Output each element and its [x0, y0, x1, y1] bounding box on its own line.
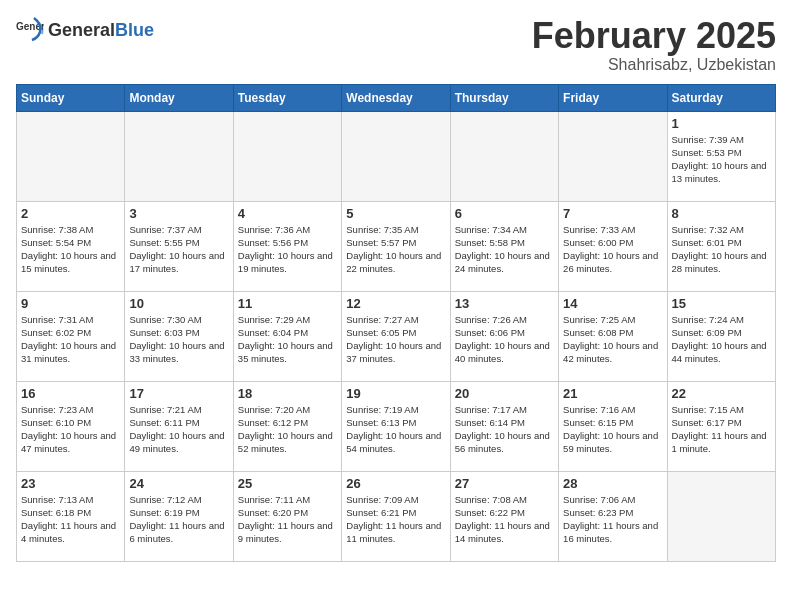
- day-number: 11: [238, 296, 337, 311]
- day-number: 16: [21, 386, 120, 401]
- day-info: Sunrise: 7:36 AM Sunset: 5:56 PM Dayligh…: [238, 223, 337, 276]
- day-info: Sunrise: 7:38 AM Sunset: 5:54 PM Dayligh…: [21, 223, 120, 276]
- day-info: Sunrise: 7:12 AM Sunset: 6:19 PM Dayligh…: [129, 493, 228, 546]
- day-info: Sunrise: 7:08 AM Sunset: 6:22 PM Dayligh…: [455, 493, 554, 546]
- day-number: 6: [455, 206, 554, 221]
- calendar-cell: 25Sunrise: 7:11 AM Sunset: 6:20 PM Dayli…: [233, 471, 341, 561]
- weekday-header: Wednesday: [342, 84, 450, 111]
- day-info: Sunrise: 7:16 AM Sunset: 6:15 PM Dayligh…: [563, 403, 662, 456]
- day-number: 22: [672, 386, 771, 401]
- calendar-cell: 27Sunrise: 7:08 AM Sunset: 6:22 PM Dayli…: [450, 471, 558, 561]
- calendar-cell: 19Sunrise: 7:19 AM Sunset: 6:13 PM Dayli…: [342, 381, 450, 471]
- day-number: 26: [346, 476, 445, 491]
- day-info: Sunrise: 7:23 AM Sunset: 6:10 PM Dayligh…: [21, 403, 120, 456]
- calendar-cell: 5Sunrise: 7:35 AM Sunset: 5:57 PM Daylig…: [342, 201, 450, 291]
- calendar-cell: 13Sunrise: 7:26 AM Sunset: 6:06 PM Dayli…: [450, 291, 558, 381]
- logo-icon: General: [16, 16, 44, 44]
- calendar-cell: [233, 111, 341, 201]
- day-info: Sunrise: 7:39 AM Sunset: 5:53 PM Dayligh…: [672, 133, 771, 186]
- calendar-week-row: 9Sunrise: 7:31 AM Sunset: 6:02 PM Daylig…: [17, 291, 776, 381]
- day-number: 18: [238, 386, 337, 401]
- weekday-header: Tuesday: [233, 84, 341, 111]
- day-number: 3: [129, 206, 228, 221]
- calendar-cell: 22Sunrise: 7:15 AM Sunset: 6:17 PM Dayli…: [667, 381, 775, 471]
- calendar-week-row: 16Sunrise: 7:23 AM Sunset: 6:10 PM Dayli…: [17, 381, 776, 471]
- calendar-cell: [559, 111, 667, 201]
- day-number: 23: [21, 476, 120, 491]
- calendar-cell: 16Sunrise: 7:23 AM Sunset: 6:10 PM Dayli…: [17, 381, 125, 471]
- day-info: Sunrise: 7:09 AM Sunset: 6:21 PM Dayligh…: [346, 493, 445, 546]
- day-number: 28: [563, 476, 662, 491]
- day-number: 12: [346, 296, 445, 311]
- day-number: 20: [455, 386, 554, 401]
- calendar-cell: 3Sunrise: 7:37 AM Sunset: 5:55 PM Daylig…: [125, 201, 233, 291]
- day-number: 17: [129, 386, 228, 401]
- day-info: Sunrise: 7:20 AM Sunset: 6:12 PM Dayligh…: [238, 403, 337, 456]
- calendar-cell: 10Sunrise: 7:30 AM Sunset: 6:03 PM Dayli…: [125, 291, 233, 381]
- calendar-cell: [342, 111, 450, 201]
- calendar-cell: 15Sunrise: 7:24 AM Sunset: 6:09 PM Dayli…: [667, 291, 775, 381]
- day-number: 4: [238, 206, 337, 221]
- day-info: Sunrise: 7:34 AM Sunset: 5:58 PM Dayligh…: [455, 223, 554, 276]
- logo-general: General: [48, 20, 115, 40]
- day-number: 9: [21, 296, 120, 311]
- day-info: Sunrise: 7:24 AM Sunset: 6:09 PM Dayligh…: [672, 313, 771, 366]
- day-info: Sunrise: 7:25 AM Sunset: 6:08 PM Dayligh…: [563, 313, 662, 366]
- day-number: 25: [238, 476, 337, 491]
- calendar-cell: 1Sunrise: 7:39 AM Sunset: 5:53 PM Daylig…: [667, 111, 775, 201]
- calendar-cell: [17, 111, 125, 201]
- day-info: Sunrise: 7:17 AM Sunset: 6:14 PM Dayligh…: [455, 403, 554, 456]
- weekday-header: Saturday: [667, 84, 775, 111]
- weekday-header-row: SundayMondayTuesdayWednesdayThursdayFrid…: [17, 84, 776, 111]
- logo-text: GeneralBlue: [48, 20, 154, 41]
- calendar-cell: 17Sunrise: 7:21 AM Sunset: 6:11 PM Dayli…: [125, 381, 233, 471]
- day-number: 15: [672, 296, 771, 311]
- day-number: 27: [455, 476, 554, 491]
- day-info: Sunrise: 7:29 AM Sunset: 6:04 PM Dayligh…: [238, 313, 337, 366]
- calendar-cell: 24Sunrise: 7:12 AM Sunset: 6:19 PM Dayli…: [125, 471, 233, 561]
- day-number: 13: [455, 296, 554, 311]
- day-number: 1: [672, 116, 771, 131]
- day-number: 5: [346, 206, 445, 221]
- calendar-cell: 28Sunrise: 7:06 AM Sunset: 6:23 PM Dayli…: [559, 471, 667, 561]
- calendar-cell: 18Sunrise: 7:20 AM Sunset: 6:12 PM Dayli…: [233, 381, 341, 471]
- day-info: Sunrise: 7:27 AM Sunset: 6:05 PM Dayligh…: [346, 313, 445, 366]
- calendar-cell: 20Sunrise: 7:17 AM Sunset: 6:14 PM Dayli…: [450, 381, 558, 471]
- calendar-cell: 4Sunrise: 7:36 AM Sunset: 5:56 PM Daylig…: [233, 201, 341, 291]
- calendar-week-row: 23Sunrise: 7:13 AM Sunset: 6:18 PM Dayli…: [17, 471, 776, 561]
- location: Shahrisabz, Uzbekistan: [532, 56, 776, 74]
- day-info: Sunrise: 7:26 AM Sunset: 6:06 PM Dayligh…: [455, 313, 554, 366]
- title-section: February 2025 Shahrisabz, Uzbekistan: [532, 16, 776, 74]
- calendar-cell: [125, 111, 233, 201]
- day-number: 8: [672, 206, 771, 221]
- calendar-cell: 9Sunrise: 7:31 AM Sunset: 6:02 PM Daylig…: [17, 291, 125, 381]
- day-info: Sunrise: 7:21 AM Sunset: 6:11 PM Dayligh…: [129, 403, 228, 456]
- day-number: 14: [563, 296, 662, 311]
- day-info: Sunrise: 7:32 AM Sunset: 6:01 PM Dayligh…: [672, 223, 771, 276]
- day-info: Sunrise: 7:30 AM Sunset: 6:03 PM Dayligh…: [129, 313, 228, 366]
- weekday-header: Thursday: [450, 84, 558, 111]
- day-number: 24: [129, 476, 228, 491]
- day-number: 2: [21, 206, 120, 221]
- calendar-table: SundayMondayTuesdayWednesdayThursdayFrid…: [16, 84, 776, 562]
- header: General GeneralBlue February 2025 Shahri…: [16, 16, 776, 74]
- calendar-cell: 23Sunrise: 7:13 AM Sunset: 6:18 PM Dayli…: [17, 471, 125, 561]
- month-year: February 2025: [532, 16, 776, 56]
- logo-blue: Blue: [115, 20, 154, 40]
- logo: General GeneralBlue: [16, 16, 154, 44]
- calendar-cell: 14Sunrise: 7:25 AM Sunset: 6:08 PM Dayli…: [559, 291, 667, 381]
- calendar-cell: [667, 471, 775, 561]
- day-number: 10: [129, 296, 228, 311]
- weekday-header: Friday: [559, 84, 667, 111]
- calendar-cell: 6Sunrise: 7:34 AM Sunset: 5:58 PM Daylig…: [450, 201, 558, 291]
- day-info: Sunrise: 7:11 AM Sunset: 6:20 PM Dayligh…: [238, 493, 337, 546]
- calendar-cell: 11Sunrise: 7:29 AM Sunset: 6:04 PM Dayli…: [233, 291, 341, 381]
- day-info: Sunrise: 7:19 AM Sunset: 6:13 PM Dayligh…: [346, 403, 445, 456]
- day-info: Sunrise: 7:13 AM Sunset: 6:18 PM Dayligh…: [21, 493, 120, 546]
- weekday-header: Monday: [125, 84, 233, 111]
- day-info: Sunrise: 7:35 AM Sunset: 5:57 PM Dayligh…: [346, 223, 445, 276]
- day-info: Sunrise: 7:15 AM Sunset: 6:17 PM Dayligh…: [672, 403, 771, 456]
- day-number: 19: [346, 386, 445, 401]
- day-number: 21: [563, 386, 662, 401]
- weekday-header: Sunday: [17, 84, 125, 111]
